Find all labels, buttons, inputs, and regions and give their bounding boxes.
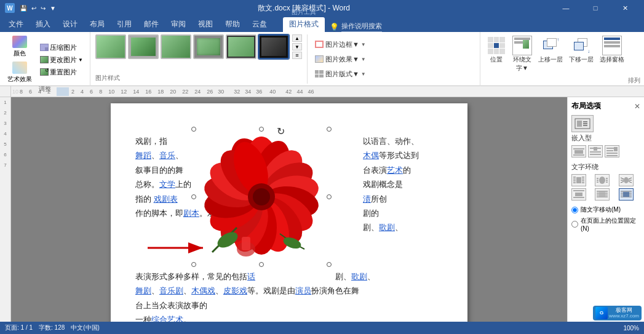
send-back-button[interactable]: ↓ 下移一层 bbox=[566, 34, 596, 65]
ruler-num-24: 24 bbox=[194, 89, 201, 95]
text-rline-7: 剧、歌剧、 bbox=[363, 220, 449, 234]
radio-move-with-text[interactable]: 随文字移动(M) bbox=[571, 205, 640, 214]
wrap-option-topbottom[interactable] bbox=[571, 188, 586, 201]
handle-bl[interactable] bbox=[191, 262, 196, 267]
embed-option-3[interactable] bbox=[605, 145, 619, 157]
pic-style-3[interactable] bbox=[161, 34, 191, 59]
picture-effect-button[interactable]: 图片效果▼ ▼ bbox=[311, 53, 370, 66]
tab-view[interactable]: 视图 bbox=[192, 17, 219, 32]
tab-design[interactable]: 设计 bbox=[57, 17, 84, 32]
rotation-handle[interactable]: ↻ bbox=[277, 123, 285, 140]
picture-border-button[interactable]: 图片边框▼ ▼ bbox=[311, 38, 370, 51]
reset-image-button[interactable]: ↺ 重置图片 bbox=[37, 66, 86, 78]
panel-close-button[interactable]: ✕ bbox=[634, 102, 640, 111]
ruler-num-4: 4 bbox=[81, 89, 84, 95]
link-moupei[interactable]: 木偶 bbox=[363, 151, 379, 160]
wrap-option-behind[interactable] bbox=[595, 188, 610, 201]
ruler-num-10: 10 bbox=[108, 89, 114, 95]
styles-scroll-down[interactable]: ▼ bbox=[292, 43, 302, 50]
compress-image-button[interactable]: 压缩图片 bbox=[37, 42, 86, 54]
tab-insert[interactable]: 插入 bbox=[30, 17, 57, 32]
tab-cloud[interactable]: 云盘 bbox=[246, 17, 273, 32]
embed-option-1[interactable] bbox=[571, 145, 586, 157]
link-geju2[interactable]: 歌剧 bbox=[351, 272, 367, 281]
word-icon: W bbox=[5, 3, 15, 13]
tab-help[interactable]: 帮助 bbox=[219, 17, 246, 32]
pic-style-1[interactable] bbox=[95, 34, 126, 59]
tab-picture-format[interactable]: 图片格式 bbox=[283, 17, 325, 32]
quick-access-redo[interactable]: ↪ bbox=[41, 5, 46, 12]
link-wuju[interactable]: 舞剧 bbox=[135, 286, 151, 295]
link-wudao[interactable]: 舞蹈 bbox=[135, 151, 151, 160]
link-piyingx[interactable]: 皮影戏 bbox=[223, 286, 247, 295]
handle-ml[interactable] bbox=[191, 194, 196, 199]
picture-layout-button[interactable]: 图片版式▼ ▼ bbox=[311, 68, 370, 81]
radio-fixed-input[interactable] bbox=[571, 221, 578, 228]
picture-tools-tabs: 图片格式 bbox=[283, 17, 325, 32]
styles-scroll-up[interactable]: ▲ bbox=[292, 34, 302, 42]
wrap-option-tight[interactable] bbox=[595, 174, 610, 186]
position-options: 随文字移动(M) 在页面上的位置固定(N) bbox=[571, 205, 640, 232]
layout-icon bbox=[315, 70, 324, 78]
pic-style-2[interactable] bbox=[128, 34, 159, 59]
pic-style-4[interactable] bbox=[193, 34, 224, 59]
watermark-content: G 极客网 www.xz7.com bbox=[595, 307, 639, 319]
embed-icon[interactable] bbox=[571, 115, 594, 132]
link-wenxue[interactable]: 文学 bbox=[159, 180, 175, 189]
pic-style-6[interactable] bbox=[258, 34, 289, 59]
styles-expand[interactable]: ≡ bbox=[292, 52, 302, 59]
wrap-text-label2: 字▼ bbox=[516, 64, 528, 73]
document-area[interactable]: ↻ 戏剧，指 舞蹈、音乐、 叙事目的的舞 总称。文学上的 指的 戏剧表 作的脚本… bbox=[11, 97, 567, 333]
handle-tr[interactable] bbox=[327, 127, 332, 132]
tab-mail[interactable]: 邮件 bbox=[138, 17, 165, 32]
maximize-button[interactable]: □ bbox=[581, 0, 610, 16]
radio-fixed-position[interactable]: 在页面上的位置固定(N) bbox=[571, 217, 640, 232]
art-effect-button[interactable]: 艺术效果 bbox=[4, 60, 36, 85]
close-button[interactable]: ✕ bbox=[611, 0, 639, 16]
handle-mr[interactable] bbox=[327, 194, 332, 199]
tab-reference[interactable]: 引用 bbox=[111, 17, 138, 32]
link-yinyue[interactable]: 音乐 bbox=[159, 151, 175, 160]
link-yinyuej[interactable]: 音乐剧 bbox=[159, 286, 183, 295]
position-button[interactable]: 位置 bbox=[484, 34, 509, 65]
tab-file[interactable]: 文件 bbox=[2, 17, 30, 32]
quick-access-more[interactable]: ▼ bbox=[50, 5, 56, 12]
wrap-text-button[interactable]: 环绕文 字▼ bbox=[510, 34, 535, 74]
change-image-button[interactable]: 更改图片▼ bbox=[37, 54, 86, 66]
wrap-option-through[interactable] bbox=[619, 174, 634, 186]
search-label[interactable]: 操作说明搜索 bbox=[341, 22, 382, 32]
select-pane-label: 选择窗格 bbox=[600, 55, 624, 64]
pic-style-5[interactable] bbox=[226, 34, 256, 59]
adjust-left-btns: 颜色 艺术效果 bbox=[4, 34, 36, 85]
quick-access-save[interactable]: 💾 bbox=[20, 5, 27, 12]
link-moupeix[interactable]: 木偶戏 bbox=[191, 286, 215, 295]
selection-pane-button[interactable]: 选择窗格 bbox=[597, 34, 627, 65]
position-label: 位置 bbox=[490, 55, 503, 64]
wrap-option-square[interactable] bbox=[571, 174, 586, 186]
main-area: 1 2 3 4 5 6 7 ↻ 戏剧，指 舞蹈、音乐、 叙事目的的舞 总称。文学… bbox=[0, 97, 644, 333]
vruler-mark5: 5 bbox=[4, 141, 6, 147]
handle-br[interactable] bbox=[327, 262, 332, 267]
minimize-button[interactable]: — bbox=[552, 0, 580, 16]
link-xijubiao[interactable]: 戏剧表 bbox=[154, 194, 178, 204]
wrap-option-selected[interactable] bbox=[619, 188, 634, 201]
color-button[interactable]: 颜色 bbox=[4, 34, 36, 59]
link-hua[interactable]: 话 bbox=[247, 272, 255, 281]
link-yanyuan[interactable]: 演员 bbox=[295, 286, 311, 295]
link-zi[interactable]: 渍 bbox=[363, 194, 371, 204]
embed-option-2[interactable] bbox=[588, 145, 603, 157]
handle-tl[interactable] bbox=[191, 127, 196, 132]
tab-layout[interactable]: 布局 bbox=[84, 17, 111, 32]
tab-review[interactable]: 审阅 bbox=[165, 17, 192, 32]
link-geju[interactable]: 歌剧 bbox=[379, 223, 395, 232]
handle-tc[interactable] bbox=[259, 127, 264, 132]
bring-forward-button[interactable]: ↑ 上移一层 bbox=[536, 34, 565, 65]
adjust-inner: 颜色 艺术效果 压缩图片 bbox=[0, 32, 90, 86]
quick-access-undo[interactable]: ↩ bbox=[31, 5, 36, 12]
color-icon bbox=[12, 36, 27, 48]
handle-bc[interactable] bbox=[259, 262, 264, 267]
image-container[interactable] bbox=[194, 129, 329, 264]
vruler-mark4: 4 bbox=[4, 131, 6, 137]
radio-move-input[interactable] bbox=[571, 207, 578, 213]
link-yishu[interactable]: 艺术 bbox=[387, 165, 403, 175]
